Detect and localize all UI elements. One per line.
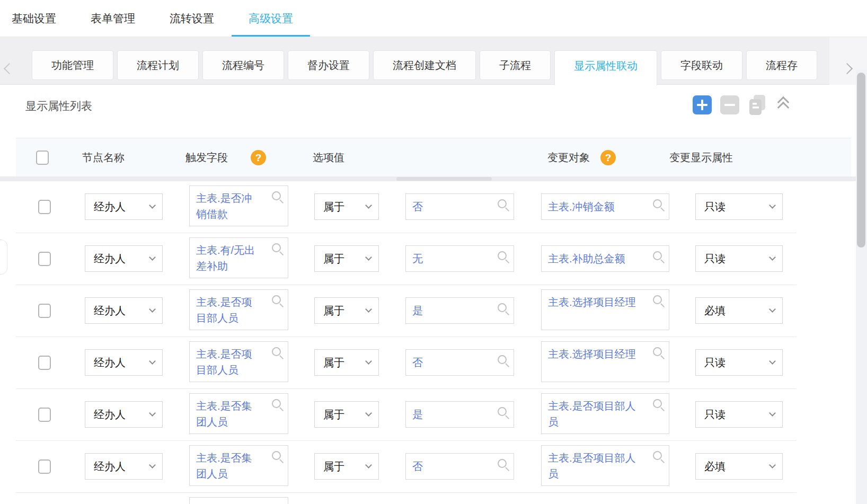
chevron-down-icon <box>769 202 776 209</box>
chevron-down-icon <box>769 462 776 468</box>
option-value-box[interactable]: 否 <box>405 349 514 376</box>
trigger-field-box[interactable]: 主表.是否项目部人员 <box>189 341 288 382</box>
subtab-flow-number[interactable]: 流程编号 <box>202 50 284 80</box>
trigger-field-box[interactable] <box>189 497 288 504</box>
tab-flow-settings[interactable]: 流转设置 <box>170 0 214 37</box>
node-select[interactable]: 经办人 <box>85 453 163 480</box>
scroll-tabs-left-button[interactable] <box>5 65 13 75</box>
option-value: 否 <box>412 461 423 472</box>
change-target-box[interactable]: 主表.是否项目部人员 <box>541 445 669 486</box>
trigger-field-box[interactable]: 主表.是否集团人员 <box>189 393 288 434</box>
select-all-checkbox[interactable] <box>36 151 49 165</box>
row-checkbox[interactable] <box>38 408 51 422</box>
option-value-box[interactable]: 无 <box>405 245 514 272</box>
operator-select[interactable]: 属于 <box>314 401 379 428</box>
node-select[interactable]: 经办人 <box>85 349 163 376</box>
trigger-field-box[interactable]: 主表.有/无出差补助 <box>189 237 288 278</box>
search-icon <box>652 199 665 211</box>
trigger-field-box[interactable]: 主表.是否集团人员 <box>189 445 288 486</box>
header-change-display-attr: 变更显示属性 <box>669 138 733 177</box>
subtab-flow-plan[interactable]: 流程计划 <box>117 50 199 80</box>
search-icon <box>497 251 510 263</box>
chevron-down-icon <box>149 202 156 209</box>
header-node-name: 节点名称 <box>82 138 125 177</box>
operator-select[interactable]: 属于 <box>314 297 379 324</box>
change-target-box[interactable]: 主表.补助总金额 <box>541 245 669 272</box>
display-attr-select[interactable]: 必填 <box>695 453 783 480</box>
left-panel-handle[interactable] <box>0 240 7 275</box>
sub-tabs: 功能管理 流程计划 流程编号 督办设置 流程创建文档 子流程 显示属性联动 字段… <box>32 50 829 85</box>
node-select[interactable]: 经办人 <box>85 193 163 220</box>
target-help-icon[interactable]: ? <box>600 150 616 165</box>
subtab-supervise-settings[interactable]: 督办设置 <box>288 50 369 80</box>
row-checkbox[interactable] <box>38 252 51 266</box>
operator-value: 属于 <box>323 304 344 318</box>
add-row-button[interactable] <box>693 95 712 114</box>
change-target-box[interactable]: 主表.是否项目部人员 <box>541 393 669 434</box>
operator-select[interactable]: 属于 <box>314 453 379 480</box>
trigger-field-box[interactable]: 主表.是否冲销借款 <box>189 185 288 226</box>
search-icon <box>271 399 284 411</box>
copy-icon[interactable] <box>748 94 767 116</box>
node-select-value: 经办人 <box>94 408 126 422</box>
operator-select[interactable]: 属于 <box>314 349 379 376</box>
subtab-display-attr-linkage[interactable]: 显示属性联动 <box>554 50 657 85</box>
node-select[interactable]: 经办人 <box>85 245 163 272</box>
option-value-box[interactable]: 否 <box>405 193 514 220</box>
option-value-box[interactable]: 是 <box>405 297 514 324</box>
chevron-down-icon <box>149 462 156 468</box>
display-attr-value: 只读 <box>704 408 726 422</box>
vertical-scrollbar-thumb[interactable] <box>857 73 865 247</box>
top-tab-bar: 基础设置 表单管理 流转设置 高级设置 <box>0 0 867 37</box>
subtab-field-linkage[interactable]: 字段联动 <box>661 50 742 80</box>
collapse-icon[interactable] <box>774 96 792 114</box>
option-value: 是 <box>412 305 423 316</box>
row-checkbox[interactable] <box>38 304 51 318</box>
node-select[interactable]: 经办人 <box>85 297 163 324</box>
horizontal-scrollbar[interactable] <box>0 176 856 181</box>
operator-select[interactable]: 属于 <box>314 193 379 220</box>
row-checkbox[interactable] <box>38 200 51 214</box>
operator-select[interactable]: 属于 <box>314 245 379 272</box>
change-target-box[interactable]: 主表.选择项目经理 <box>541 289 669 330</box>
tab-form-management[interactable]: 表单管理 <box>91 0 135 37</box>
display-attr-select[interactable]: 只读 <box>695 349 783 376</box>
display-attr-value: 必填 <box>704 459 726 474</box>
subtab-flow-save-clipped[interactable]: 流程存 <box>746 50 817 80</box>
subtab-sub-flow[interactable]: 子流程 <box>480 50 551 80</box>
remove-row-button[interactable] <box>720 95 739 114</box>
subtab-function-management[interactable]: 功能管理 <box>32 50 113 80</box>
trigger-help-icon[interactable]: ? <box>251 150 266 165</box>
operator-value: 属于 <box>323 252 344 266</box>
display-attr-value: 必填 <box>704 304 726 318</box>
option-value-box[interactable]: 否 <box>405 453 514 480</box>
display-attr-select[interactable]: 只读 <box>695 245 783 272</box>
table-body: 经办人 主表.是否冲销借款 属于 否 主表.冲销金额 只读 经办人 主表.有/无… <box>0 181 867 504</box>
node-select-value: 经办人 <box>94 304 126 318</box>
trigger-field-value: 主表.是否集团人员 <box>196 452 252 480</box>
display-attr-select[interactable]: 只读 <box>695 401 783 428</box>
tab-basic-settings[interactable]: 基础设置 <box>12 0 56 37</box>
tab-advanced-settings[interactable]: 高级设置 <box>249 0 293 37</box>
search-icon <box>497 355 510 367</box>
trigger-field-box[interactable]: 主表.是否项目部人员 <box>189 289 288 330</box>
subtab-flow-create-doc[interactable]: 流程创建文档 <box>373 50 476 80</box>
horizontal-scrollbar-thumb[interactable] <box>396 177 492 181</box>
trigger-field-value: 主表.是否冲销借款 <box>196 192 252 220</box>
option-value-box[interactable]: 是 <box>405 401 514 428</box>
display-attr-value: 只读 <box>704 252 726 266</box>
scroll-tabs-right-button[interactable] <box>842 63 853 74</box>
display-attr-select[interactable]: 必填 <box>695 297 783 324</box>
node-select[interactable]: 经办人 <box>85 401 163 428</box>
search-icon <box>271 191 284 204</box>
search-icon <box>652 251 665 263</box>
row-checkbox[interactable] <box>38 459 51 474</box>
change-target-box[interactable]: 主表.选择项目经理 <box>541 341 669 382</box>
search-icon <box>652 347 665 359</box>
search-icon <box>652 399 665 411</box>
change-target-box[interactable]: 主表.冲销金额 <box>541 193 669 220</box>
chevron-down-icon <box>365 358 372 365</box>
vertical-scrollbar[interactable] <box>856 70 867 504</box>
display-attr-select[interactable]: 只读 <box>695 193 783 220</box>
row-checkbox[interactable] <box>38 356 51 370</box>
